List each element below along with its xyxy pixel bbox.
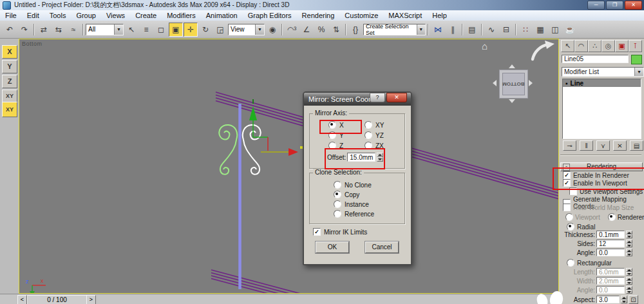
time-slider-handle[interactable]: 0 / 100 <box>27 295 87 304</box>
menu-graph-editors[interactable]: Graph Editors <box>243 12 297 19</box>
viewport-bottom[interactable]: z x Bottom ⌂ BOTTOM <box>19 39 559 294</box>
viewcube-home-icon[interactable]: ⌂ <box>482 41 488 52</box>
angle-snap-icon[interactable]: ∠ <box>299 23 314 37</box>
menu-views[interactable]: Views <box>101 12 130 19</box>
checkbox-icon[interactable] <box>569 187 577 195</box>
tab-utilities-icon[interactable]: ⊺ <box>629 40 642 52</box>
mirror-dialog-titlebar[interactable]: Mirror: Screen Coor... ? ✕ <box>304 93 411 106</box>
radio-icon[interactable] <box>334 210 341 218</box>
radio-icon[interactable] <box>567 223 574 231</box>
configure-modifier-sets-icon[interactable]: ▤ <box>630 140 643 151</box>
menu-maxscript[interactable]: MAXScript <box>383 12 427 19</box>
make-unique-icon[interactable]: ⋎ <box>596 140 610 151</box>
radio-icon[interactable] <box>328 142 336 149</box>
tab-hierarchy-icon[interactable]: ∴ <box>588 40 601 52</box>
thickness-spinner[interactable] <box>626 231 632 238</box>
dialog-help-button[interactable]: ? <box>370 93 385 102</box>
cancel-button[interactable]: Cancel <box>365 242 399 253</box>
menu-edit[interactable]: Edit <box>22 12 44 19</box>
viewcube-arrow-left-icon[interactable] <box>493 80 497 86</box>
radio-icon[interactable] <box>334 181 341 189</box>
enable-in-viewport-checkbox[interactable]: ✓ Enable In Viewport <box>563 179 627 187</box>
thickness-input[interactable]: 0.1mm <box>596 231 625 238</box>
named-selection-set-dropdown[interactable]: Create Selection Set ▼ <box>363 24 426 35</box>
aspect-lock-button[interactable]: ⊡ <box>629 295 638 304</box>
radio-icon[interactable] <box>334 200 341 208</box>
pin-stack-icon[interactable]: ⊸ <box>563 140 576 151</box>
render-setup-icon[interactable]: ▦ <box>533 23 547 37</box>
sides-spinner[interactable] <box>626 240 632 247</box>
sides-input[interactable]: 12 <box>596 240 625 247</box>
radio-icon[interactable] <box>608 213 616 221</box>
use-viewport-settings-checkbox[interactable]: Use Viewport Settings <box>569 187 643 195</box>
radio-reference[interactable]: Reference <box>334 210 374 218</box>
percent-snap-icon[interactable]: % <box>314 23 328 37</box>
aspect-spinner[interactable] <box>621 296 627 303</box>
checkbox-icon[interactable]: ✓ <box>563 179 571 187</box>
next-frame-button[interactable]: > <box>86 295 96 304</box>
menu-modifiers[interactable]: Modifiers <box>162 12 201 19</box>
mirror-icon[interactable]: ⋈ <box>431 23 445 37</box>
chevron-down-icon[interactable]: ▼ <box>255 24 264 35</box>
tab-create-icon[interactable]: ↖ <box>561 40 574 52</box>
chevron-down-icon[interactable]: ▼ <box>417 24 425 35</box>
menu-animation[interactable]: Animation <box>201 12 243 19</box>
radio-copy[interactable]: Copy <box>334 191 359 198</box>
offset-spinner[interactable] <box>377 153 383 162</box>
menu-group[interactable]: Group <box>71 12 101 19</box>
select-and-scale-icon[interactable]: ◲ <box>213 23 227 37</box>
menu-file[interactable]: File <box>0 12 22 19</box>
menu-rendering[interactable]: Rendering <box>297 12 340 19</box>
previous-frame-button[interactable]: < <box>17 295 27 304</box>
radio-axis-x[interactable]: X <box>328 121 344 129</box>
layer-manager-icon[interactable]: ▤ <box>465 23 479 37</box>
named-selection-sets-icon[interactable]: {} <box>348 23 363 37</box>
rendered-frame-window-icon[interactable]: ◫ <box>548 23 562 37</box>
unlink-selection-icon[interactable]: ⇆ <box>52 23 66 37</box>
axis-constraint-z-button[interactable]: Z <box>2 75 17 88</box>
radio-icon[interactable] <box>365 131 372 139</box>
dialog-close-button[interactable]: ✕ <box>386 93 407 102</box>
ok-button[interactable]: OK <box>316 242 349 253</box>
radio-icon[interactable] <box>328 121 336 129</box>
select-and-move-icon[interactable]: ✛ <box>184 23 198 37</box>
viewcube-arrow-down-icon[interactable] <box>509 99 515 103</box>
schematic-view-icon[interactable]: ⊟ <box>499 23 513 37</box>
select-object-icon[interactable]: ↖ <box>124 23 138 37</box>
axis-constraint-x-button[interactable]: X <box>2 45 17 59</box>
radio-instance[interactable]: Instance <box>334 200 369 208</box>
spinner-snap-icon[interactable]: ⇅ <box>329 23 343 37</box>
use-pivot-center-icon[interactable]: ◉ <box>265 23 279 37</box>
minimize-button[interactable]: ─ <box>587 1 605 10</box>
angle-spinner[interactable] <box>626 249 632 256</box>
rendering-rollout-header[interactable]: - Rendering <box>560 162 643 171</box>
modifier-list-dropdown[interactable]: Modifier List ▼ <box>562 67 644 77</box>
selection-filter-dropdown[interactable]: All ▼ <box>86 24 124 35</box>
rectangular-radio[interactable]: Rectangular <box>567 259 612 267</box>
tab-display-icon[interactable]: ▣ <box>615 40 629 52</box>
curve-editor-icon[interactable]: ∿ <box>484 23 498 37</box>
menu-customize[interactable]: Customize <box>339 12 383 19</box>
radio-no-clone[interactable]: No Clone <box>334 181 372 189</box>
quick-render-icon[interactable]: ☕ <box>563 23 577 37</box>
radial-radio[interactable]: Radial <box>567 223 595 231</box>
radio-icon[interactable] <box>365 142 372 149</box>
select-and-link-icon[interactable]: ⇄ <box>37 23 51 37</box>
select-and-rotate-icon[interactable]: ↻ <box>198 23 213 37</box>
menu-tools[interactable]: Tools <box>44 12 71 19</box>
remove-modifier-icon[interactable]: ✕ <box>613 140 627 151</box>
align-icon[interactable]: ∥ <box>446 23 460 37</box>
tab-modify-icon[interactable]: ◠ <box>574 40 588 52</box>
material-editor-icon[interactable]: ∷ <box>518 23 533 37</box>
object-color-swatch[interactable] <box>631 55 642 64</box>
radio-axis-xy[interactable]: XY <box>365 121 384 129</box>
menu-create[interactable]: Create <box>130 12 162 19</box>
reference-coordinate-dropdown[interactable]: View ▼ <box>228 24 265 35</box>
radio-axis-yz[interactable]: YZ <box>365 131 384 139</box>
object-name-input[interactable]: Line05 <box>562 55 629 63</box>
close-button[interactable]: ✕ <box>625 1 642 10</box>
angle-input[interactable]: 0.0 <box>596 249 625 256</box>
modifier-stack-item-line[interactable]: ▪ Line <box>563 79 641 87</box>
collapse-icon[interactable]: - <box>563 164 570 171</box>
offset-input[interactable]: 15.0mm <box>347 153 375 162</box>
